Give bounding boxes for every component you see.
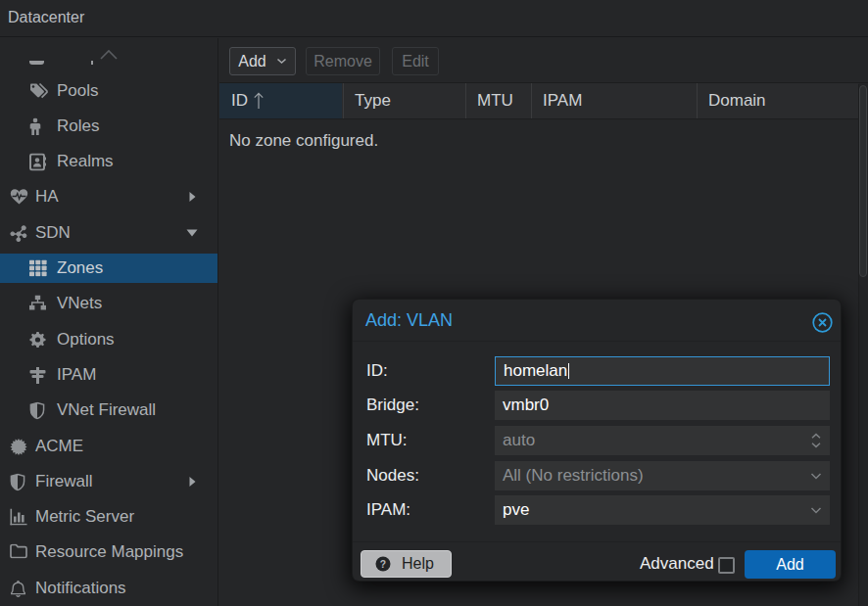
svg-text:?: ? [380, 559, 386, 570]
